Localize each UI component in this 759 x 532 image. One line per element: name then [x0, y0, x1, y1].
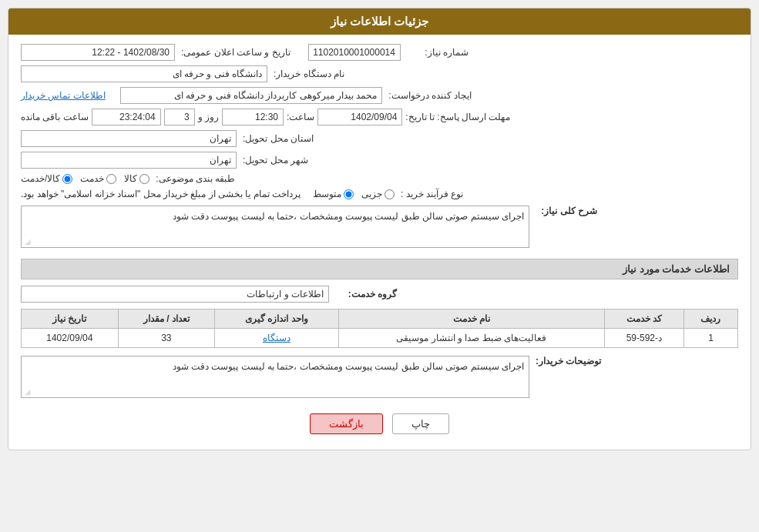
col-date: تاریخ نیاز [22, 309, 119, 329]
deadline-time-input [222, 109, 284, 125]
category-radio-service-input[interactable] [106, 174, 116, 184]
back-button[interactable]: بازگشت [310, 413, 383, 434]
purchase-medium-input[interactable] [344, 189, 354, 199]
deadline-remaining-label: ساعت باقی مانده [21, 112, 89, 122]
col-service-code: کد خدمت [604, 309, 683, 329]
announcement-label: تاریخ و ساعت اعلان عمومی: [181, 47, 291, 58]
deadline-time-label: ساعت: [287, 112, 314, 122]
category-radio-goods[interactable]: کالا [124, 173, 149, 184]
purchase-type-partial[interactable]: جزیی [361, 189, 395, 199]
requester-org-label: نام دستگاه خریدار: [274, 69, 344, 79]
category-radio-service[interactable]: خدمت [80, 173, 116, 184]
deadline-days-input [164, 109, 195, 125]
category-service-label: خدمت [80, 173, 104, 184]
deadline-date-input [317, 109, 402, 125]
description-label: شرح کلی نیاز: [536, 206, 597, 216]
cell-quantity: 33 [118, 329, 214, 348]
service-group-input [21, 286, 329, 303]
print-button[interactable]: چاپ [392, 413, 449, 434]
watermark: ◢ [25, 237, 31, 246]
description-text: اجرای سیستم صوتی سالن طبق لیست پیوست ومش… [173, 211, 524, 222]
purchase-note: پرداخت تمام یا بخشی از مبلغ خریداز محل "… [21, 189, 301, 199]
province-label: استان محل تحویل: [243, 133, 314, 144]
col-unit: واحد اندازه گیری [215, 309, 339, 329]
deadline-label: مهلت ارسال پاسخ: تا تاریخ: [405, 112, 510, 122]
purchase-partial-label: جزیی [361, 189, 382, 199]
buyer-notes-label: توضیحات خریدار: [536, 356, 601, 366]
cell-unit[interactable]: دستگاه [215, 329, 339, 348]
purchase-type-label: نوع فرآیند خرید : [401, 189, 463, 199]
col-row-num: ردیف [683, 309, 737, 329]
purchase-type-medium[interactable]: متوسط [313, 189, 354, 199]
table-row: 1 د-592-59 فعالیت‌های ضبط صدا و انتشار م… [22, 329, 738, 348]
deadline-remaining-input [92, 109, 161, 125]
cell-date: 1402/09/04 [22, 329, 119, 348]
services-section-header: اطلاعات خدمات مورد نیاز [21, 259, 738, 279]
announcement-input [21, 44, 175, 61]
watermark2: ◢ [25, 387, 31, 396]
cell-service-code: د-592-59 [604, 329, 683, 348]
col-quantity: تعداد / مقدار [118, 309, 214, 329]
need-number-input [308, 44, 401, 61]
creator-label: ایجاد کننده درخواست: [388, 90, 472, 101]
service-group-label: گروه خدمت: [335, 289, 397, 299]
cell-row-num: 1 [683, 329, 737, 348]
contact-link[interactable]: اطلاعات تماس خریدار [21, 90, 106, 101]
purchase-partial-input[interactable] [385, 189, 395, 199]
city-input [21, 152, 237, 169]
province-input [21, 130, 237, 147]
category-radio-goods-input[interactable] [139, 174, 149, 184]
category-radio-both-input[interactable] [62, 174, 72, 184]
col-service-name: نام خدمت [338, 309, 604, 329]
category-label: طبقه بندی موضوعی: [156, 173, 235, 184]
need-number-label: شماره نیاز: [407, 47, 468, 58]
category-both-label: کالا/خدمت [21, 173, 60, 184]
page-title: جزئیات اطلاعات نیاز [8, 8, 751, 35]
button-row: چاپ بازگشت [21, 413, 738, 434]
buyer-notes-text: اجرای سیستم صوتی سالن طبق لیست پیوست ومش… [173, 361, 524, 372]
city-label: شهر محل تحویل: [243, 155, 308, 166]
category-radio-both[interactable]: کالا/خدمت [21, 173, 72, 184]
deadline-days-label: روز و [198, 112, 219, 122]
services-table: ردیف کد خدمت نام خدمت واحد اندازه گیری ت… [21, 309, 738, 348]
requester-org-input [21, 65, 267, 82]
purchase-medium-label: متوسط [313, 189, 341, 199]
category-goods-label: کالا [124, 173, 137, 184]
category-radio-group: کالا خدمت کالا/خدمت [21, 173, 149, 184]
creator-input [120, 87, 382, 104]
purchase-type-radio-group: جزیی متوسط [313, 189, 395, 199]
cell-service-name: فعالیت‌های ضبط صدا و انتشار موسیقی [338, 329, 604, 348]
